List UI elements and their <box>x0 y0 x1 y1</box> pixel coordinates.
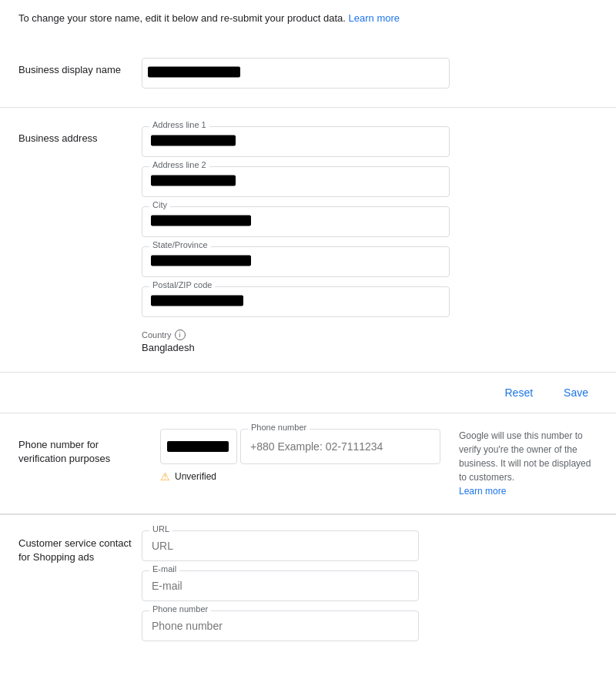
phone-info-description: Google will use this number to verify yo… <box>459 430 591 483</box>
unverified-text: Unverified <box>175 471 216 482</box>
address-line1-label: Address line 1 <box>149 120 209 129</box>
country-info-icon[interactable]: i <box>175 329 186 340</box>
phone-left-content: Phone number ⚠ Unverified <box>160 429 440 483</box>
customer-service-row: Customer service contact for Shopping ad… <box>18 530 598 641</box>
customer-phone-input[interactable] <box>142 610 419 641</box>
postal-code-field: Postal/ZIP code <box>142 286 450 317</box>
phone-number-label: Phone number <box>248 423 310 432</box>
state-province-label: State/Province <box>149 240 211 249</box>
city-field: City <box>142 206 450 237</box>
phone-info-text: Google will use this number to verify yo… <box>459 429 598 498</box>
top-info-section: To change your store name, edit it below… <box>0 0 616 39</box>
address-line2-field: Address line 2 <box>142 166 450 197</box>
warning-icon: ⚠ <box>160 470 170 483</box>
redacted-city-bar <box>151 216 251 226</box>
actions-row: Reset Save <box>0 373 616 413</box>
country-value: Bangladesh <box>142 342 450 353</box>
url-field: URL <box>142 530 419 561</box>
business-address-section: Business address Address line 1 Address … <box>0 108 616 373</box>
customer-service-section: Customer service contact for Shopping ad… <box>0 515 616 657</box>
phone-inputs-row: Phone number <box>160 429 440 464</box>
redacted-address1-bar <box>151 135 236 146</box>
business-address-label: Business address <box>18 126 142 144</box>
country-section: Country i Bangladesh <box>142 329 450 353</box>
phone-verification-section: Phone number for verification purposes P… <box>0 413 616 514</box>
state-province-field: State/Province <box>142 246 450 277</box>
phone-number-field: Phone number <box>240 429 440 464</box>
country-label-row: Country i <box>142 329 450 340</box>
save-button[interactable]: Save <box>554 382 598 403</box>
business-display-name-section: Business display name <box>0 39 616 108</box>
customer-service-fields: URL E-mail Phone number <box>142 530 419 641</box>
address-line2-label: Address line 2 <box>149 160 209 169</box>
unverified-badge: ⚠ Unverified <box>160 470 440 483</box>
customer-phone-field: Phone number <box>142 610 419 641</box>
redacted-address2-bar <box>151 176 236 186</box>
customer-service-label: Customer service contact for Shopping ad… <box>18 530 142 564</box>
phone-number-input[interactable] <box>240 429 440 464</box>
business-address-content: Address line 1 Address line 2 City <box>142 126 450 353</box>
url-label: URL <box>149 524 172 534</box>
phone-verification-row: Phone number for verification purposes P… <box>18 429 598 498</box>
top-info-text: To change your store name, edit it below… <box>18 12 346 24</box>
phone-learn-more-link[interactable]: Learn more <box>459 486 506 497</box>
city-label: City <box>149 200 170 209</box>
redacted-postal-bar <box>151 296 243 306</box>
learn-more-link[interactable]: Learn more <box>349 12 400 24</box>
business-display-name-label: Business display name <box>18 58 142 75</box>
redacted-name-bar <box>148 67 240 78</box>
email-input[interactable] <box>142 570 419 601</box>
email-label: E-mail <box>149 564 179 574</box>
address-line1-field: Address line 1 <box>142 126 450 157</box>
phone-country-box <box>160 429 237 464</box>
customer-phone-label: Phone number <box>149 604 211 614</box>
reset-button[interactable]: Reset <box>496 382 543 403</box>
phone-verification-label: Phone number for verification purposes <box>18 429 142 466</box>
postal-code-label: Postal/ZIP code <box>149 280 215 289</box>
business-display-name-field <box>142 58 450 89</box>
email-field: E-mail <box>142 570 419 601</box>
business-display-name-content <box>142 58 450 89</box>
redacted-state-bar <box>151 256 251 266</box>
url-input[interactable] <box>142 530 419 561</box>
country-label-text: Country <box>142 330 172 340</box>
redacted-phone-country-bar <box>167 441 229 452</box>
